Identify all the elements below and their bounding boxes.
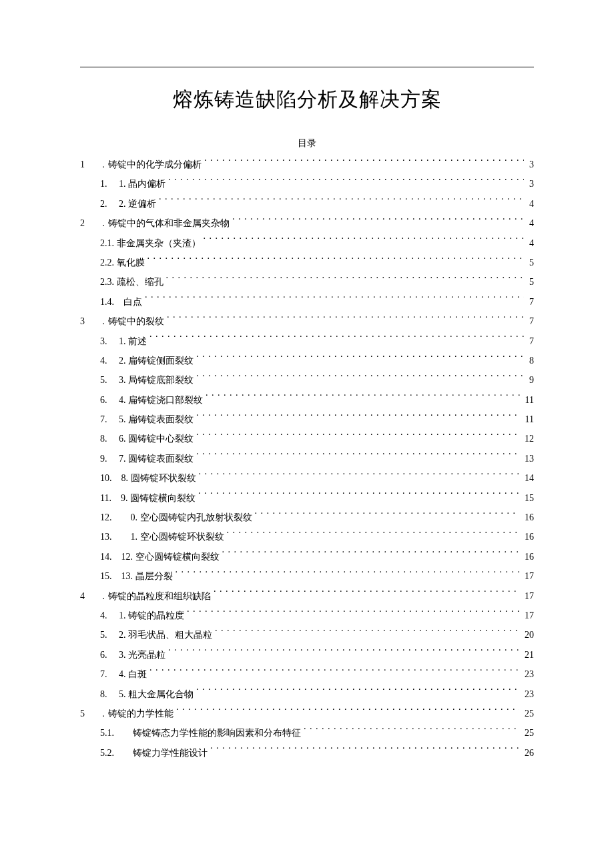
toc-entry-page: 9	[527, 370, 534, 390]
toc-leader-dots	[168, 648, 519, 658]
toc-entry-page: 3	[527, 174, 534, 193]
toc-leader-dots	[147, 256, 525, 266]
toc-leader-dots	[176, 707, 519, 717]
toc-entry: 1．铸锭中的化学成分偏析3	[80, 155, 534, 174]
toc-entry-page: 21	[522, 645, 534, 665]
toc-entry-page: 25	[522, 704, 534, 723]
toc-entry-page: 7	[527, 312, 534, 331]
toc-leader-dots	[204, 158, 524, 167]
toc-entry-page: 3	[527, 155, 534, 174]
toc-entry-number: 5.1.	[100, 723, 114, 743]
toc-entry-page: 17	[522, 586, 534, 606]
toc-header: 目录	[80, 137, 534, 149]
toc-entry-number: 5.	[100, 370, 109, 390]
toc-entry: 3.1. 前述7	[80, 332, 534, 351]
toc-entry-number: 5	[80, 704, 89, 723]
toc-entry: 8.6. 圆铸锭中心裂纹12	[80, 429, 534, 448]
toc-entry: 4．铸锭的晶粒度和组织缺陷17	[80, 586, 534, 606]
toc-entry-label: 0. 空心圆铸锭内孔放射状裂纹	[121, 508, 252, 527]
toc-entry-number: 7.	[100, 665, 109, 684]
toc-entry-number: 9.	[100, 449, 109, 468]
toc-entry-label: 3. 局铸锭底部裂纹	[119, 370, 194, 390]
toc-entry: 6.3. 光亮晶粒21	[80, 645, 534, 665]
toc-leader-dots	[187, 609, 519, 618]
toc-entry-page: 26	[522, 743, 534, 763]
toc-entry: 5.2. 铸锭力学性能设计26	[80, 743, 534, 763]
toc-entry-label: 2. 逆偏析	[119, 194, 156, 213]
toc-entry-page: 13	[522, 449, 534, 468]
toc-entry-label: ．铸锭的晶粒度和组织缺陷	[99, 586, 211, 606]
toc-leader-dots	[206, 394, 520, 403]
toc-leader-dots	[149, 668, 519, 677]
toc-entry: 1.4. 白点7	[80, 292, 534, 312]
toc-leader-dots	[196, 413, 520, 422]
toc-entry-label: 铸锭铸态力学性能的影响因素和分布特征	[123, 723, 301, 743]
toc-entry-number: 1.	[100, 174, 109, 193]
toc-leader-dots	[159, 197, 524, 207]
toc-entry-page: 12	[522, 429, 534, 448]
toc-entry-label: 5. 扁铸锭表面裂纹	[119, 410, 194, 429]
toc-entry: 10.8. 圆铸锭环状裂纹14	[80, 468, 534, 488]
toc-entry-number: 2.	[100, 194, 109, 213]
toc-entry-number: 2	[80, 213, 89, 233]
toc-entry-number: 7.	[100, 410, 109, 429]
toc-entry-label: 2.3. 疏松、缩孔	[100, 272, 164, 292]
toc-entry-page: 7	[527, 292, 534, 312]
toc-leader-dots	[214, 590, 519, 599]
toc-leader-dots	[176, 570, 520, 579]
toc-entry: 15.13. 晶层分裂17	[80, 566, 534, 586]
toc-entry-number: 12.	[100, 508, 112, 527]
toc-entry: 12. 0. 空心圆铸锭内孔放射状裂纹16	[80, 508, 534, 527]
toc-entry-label: ．铸锭中的气体和非金属夹杂物	[99, 213, 230, 233]
toc-entry-number: 5.	[100, 625, 109, 644]
toc-entry-page: 15	[522, 488, 534, 508]
toc-leader-dots	[196, 452, 519, 462]
toc-entry-label: 4. 白斑	[119, 665, 147, 684]
toc-entry-number: 13.	[100, 527, 112, 546]
toc-entry-label: 2.1. 非金属夹杂（夹渣）	[100, 234, 201, 253]
toc-entry-label: 1. 晶内偏析	[119, 174, 166, 193]
toc-leader-dots	[215, 628, 519, 638]
toc-entry-number: 8.	[100, 429, 109, 448]
toc-leader-dots	[222, 550, 520, 560]
toc-entry-label: 2. 羽毛状晶、粗大晶粒	[119, 625, 212, 644]
toc-entry-page: 8	[527, 351, 534, 370]
toc-entry-page: 23	[522, 665, 534, 684]
toc-leader-dots	[199, 472, 520, 481]
toc-leader-dots	[255, 511, 520, 520]
toc-entry-number: 4.	[100, 606, 109, 625]
toc-entry-label: 铸锭力学性能设计	[123, 743, 208, 763]
toc-entry: 2.1. 非金属夹杂（夹渣）4	[80, 234, 534, 253]
toc-entry-label: 2.2. 氧化膜	[100, 253, 145, 272]
toc-leader-dots	[196, 354, 524, 364]
toc-entry-number: 1	[80, 155, 89, 174]
toc-entry-number: 6.	[100, 390, 109, 410]
toc-leader-dots	[198, 492, 519, 501]
toc-entry: 13. 1. 空心圆铸锭环状裂纹16	[80, 527, 534, 546]
toc-leader-dots	[196, 688, 519, 697]
toc-entry-page: 16	[522, 527, 534, 546]
toc-entry-page: 5	[527, 272, 534, 292]
toc-entry-label: 12. 空心圆铸锭横向裂纹	[121, 547, 220, 566]
toc-entry: 8.5. 粗大金属化合物23	[80, 685, 534, 704]
toc-entry-number: 3	[80, 312, 89, 331]
document-title: 熔炼铸造缺陷分析及解决方案	[80, 86, 534, 113]
toc-entry-number: 11.	[100, 488, 111, 508]
toc-entry: 7.4. 白斑23	[80, 665, 534, 684]
toc-entry-number: 8.	[100, 685, 109, 704]
toc-entry-page: 11	[523, 390, 534, 410]
toc-entry: 1.1. 晶内偏析3	[80, 174, 534, 193]
toc-entry-number: 10.	[100, 468, 112, 488]
toc-entry-label: 9. 圆铸锭横向裂纹	[121, 488, 196, 508]
horizontal-rule	[80, 67, 534, 67]
toc-entry: 7.5. 扁铸锭表面裂纹11	[80, 410, 534, 429]
toc-entry-label: ．铸锭中的化学成分偏析	[99, 155, 202, 174]
toc-entry-label: 4. 扁铸锭浇口部裂纹	[119, 390, 203, 410]
toc-leader-dots	[227, 530, 520, 540]
toc-entry-label: 8. 圆铸锭环状裂纹	[121, 468, 196, 488]
toc-entry-number: 5.2.	[100, 743, 114, 763]
toc-entry: 3．铸锭中的裂纹7	[80, 312, 534, 331]
toc-entry: 5.2. 羽毛状晶、粗大晶粒20	[80, 625, 534, 644]
toc-leader-dots	[149, 335, 524, 344]
toc-entry: 14.12. 空心圆铸锭横向裂纹16	[80, 547, 534, 566]
